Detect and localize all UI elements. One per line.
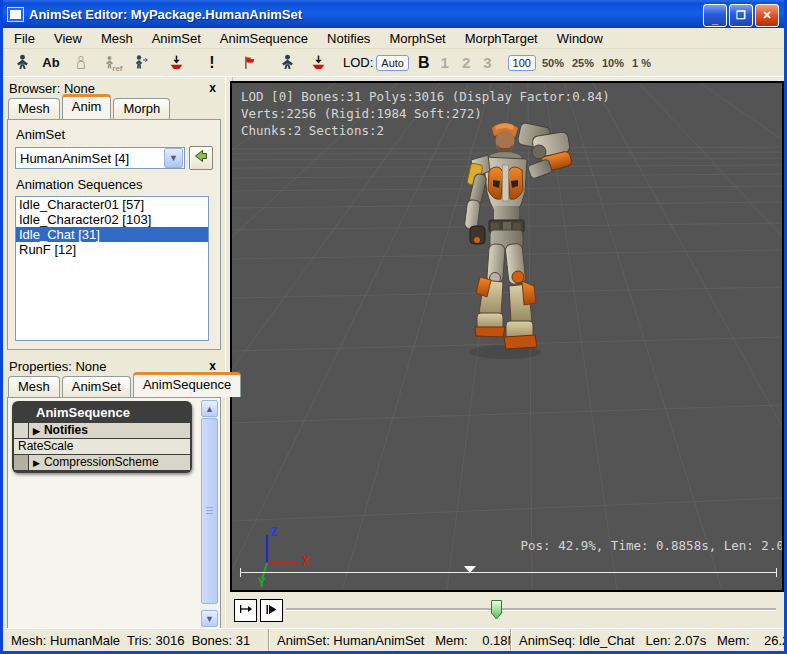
- show-mirror-button[interactable]: [130, 52, 152, 74]
- menu-animset[interactable]: AnimSet: [144, 29, 209, 48]
- play-button[interactable]: [260, 599, 283, 622]
- property-grid-title: AnimSequence: [14, 403, 190, 423]
- animset-editor-window: AnimSet Editor: MyPackage.HumanAnimSet _…: [0, 0, 787, 654]
- tab-prop-animsequence[interactable]: AnimSequence: [133, 372, 241, 397]
- animation-sequence-list[interactable]: Idle_Character01 [57] Idle_Character02 […: [15, 196, 209, 341]
- expand-arrow-icon[interactable]: ▶: [33, 458, 40, 468]
- menu-file[interactable]: File: [6, 29, 43, 48]
- scrub-slider[interactable]: [286, 608, 776, 611]
- menu-window[interactable]: Window: [549, 29, 611, 48]
- slider-thumb-icon[interactable]: [490, 599, 503, 621]
- property-row-ratescale[interactable]: RateScale: [14, 439, 190, 454]
- animset-dropdown[interactable]: HumanAnimSet [4] ▼: [15, 147, 185, 169]
- menu-bar: File View Mesh AnimSet AnimSequence Noti…: [3, 28, 784, 49]
- tab-anim[interactable]: Anim: [62, 94, 112, 119]
- flag-icon: [241, 54, 258, 71]
- scroll-up-icon[interactable]: ▲: [201, 400, 218, 417]
- display-10-button[interactable]: 10%: [602, 57, 624, 69]
- property-grid: AnimSequence ▶Notifies RateScale ▶Compre…: [12, 401, 192, 473]
- status-bar: Mesh: HumanMale Tris: 3016 Bones: 31 Ani…: [3, 628, 787, 652]
- left-panel-column: Browser: None x Mesh Anim Morph AnimSet …: [3, 77, 225, 628]
- lod-1-button[interactable]: 1: [441, 54, 449, 71]
- status-animseq: AnimSeq: Idle_Chat Len: 2.07s Mem: 26.28…: [510, 629, 787, 652]
- menu-mesh[interactable]: Mesh: [93, 29, 141, 48]
- lod-label: LOD:: [343, 55, 373, 70]
- list-item-selected[interactable]: Idle_Chat [31]: [16, 227, 208, 242]
- lod-3-button[interactable]: 3: [483, 54, 491, 71]
- lod-info-text: LOD [0] Bones:31 Polys:3016 (Display Fac…: [241, 88, 610, 139]
- timeline-ruler[interactable]: [240, 572, 777, 573]
- copy-anim-button[interactable]: [276, 52, 298, 74]
- list-item[interactable]: Idle_Character02 [103]: [16, 212, 208, 227]
- axis-x-label: X: [302, 554, 309, 568]
- lod-2-button[interactable]: 2: [462, 54, 470, 71]
- green-back-arrow-icon: [193, 148, 209, 168]
- axis-gizmo: [250, 523, 320, 583]
- show-bone-names-button[interactable]: Ab: [40, 52, 62, 74]
- person-arrow-icon: [132, 54, 150, 71]
- window-title: AnimSet Editor: MyPackage.HumanAnimSet: [29, 7, 302, 22]
- minimize-button[interactable]: _: [703, 4, 727, 27]
- scrollbar-thumb[interactable]: [201, 418, 218, 604]
- properties-header-label: Properties: None: [9, 359, 107, 374]
- close-button[interactable]: ✕: [755, 4, 779, 27]
- scroll-down-icon[interactable]: ▼: [201, 610, 218, 627]
- viewport-frame: LOD [0] Bones:31 Polys:3016 (Display Fac…: [230, 81, 784, 592]
- new-notify-button[interactable]: [165, 52, 187, 74]
- person-icon: [279, 54, 296, 71]
- browser-close-icon[interactable]: x: [206, 81, 219, 95]
- menu-view[interactable]: View: [46, 29, 90, 48]
- preview-viewport[interactable]: LOD [0] Bones:31 Polys:3016 (Display Fac…: [232, 83, 782, 590]
- list-item[interactable]: Idle_Character01 [57]: [16, 197, 208, 212]
- display-100-button[interactable]: 100: [508, 55, 536, 71]
- property-row-compressionscheme[interactable]: ▶CompressionScheme: [14, 455, 190, 470]
- use-selected-animset-button[interactable]: [189, 146, 213, 170]
- insert-anim-button[interactable]: [307, 52, 329, 74]
- play-icon: [265, 602, 278, 620]
- list-item[interactable]: RunF [12]: [16, 242, 208, 257]
- browser-tabs: Mesh Anim Morph: [3, 97, 225, 119]
- tab-prop-animset[interactable]: AnimSet: [62, 376, 131, 397]
- animset-label: AnimSet: [16, 127, 65, 142]
- transport-bar: [230, 592, 784, 628]
- chevron-down-icon[interactable]: ▼: [164, 148, 183, 168]
- show-ref-pose-button[interactable]: ref: [99, 52, 121, 74]
- menu-notifies[interactable]: Notifies: [319, 29, 378, 48]
- lod-base-button[interactable]: B: [418, 54, 430, 72]
- menu-morphtarget[interactable]: MorphTarget: [457, 29, 546, 48]
- property-row-notifies[interactable]: ▶Notifies: [14, 423, 190, 438]
- animation-sequences-label: Animation Sequences: [16, 177, 142, 192]
- show-wireframe-button[interactable]: [70, 52, 92, 74]
- loop-toggle-button[interactable]: [234, 599, 257, 622]
- character-mesh: [443, 120, 583, 366]
- expand-arrow-icon[interactable]: ▶: [33, 426, 40, 436]
- display-25-button[interactable]: 25%: [572, 57, 594, 69]
- flag-button[interactable]: [238, 52, 260, 74]
- show-skeleton-button[interactable]: [11, 52, 33, 74]
- menu-animsequence[interactable]: AnimSequence: [212, 29, 316, 48]
- lod-auto-button[interactable]: Auto: [376, 55, 409, 71]
- app-icon: [7, 7, 24, 22]
- browser-panel-body: AnimSet HumanAnimSet [4] ▼ Animation Seq…: [7, 119, 221, 350]
- properties-panel-body: AnimSequence ▶Notifies RateScale ▶Compre…: [7, 397, 221, 630]
- properties-close-icon[interactable]: x: [206, 359, 219, 373]
- tab-prop-mesh[interactable]: Mesh: [8, 376, 60, 397]
- display-50-button[interactable]: 50%: [542, 57, 564, 69]
- maximize-button[interactable]: ❐: [729, 4, 753, 27]
- tab-morph[interactable]: Morph: [113, 98, 170, 119]
- animset-dropdown-value: HumanAnimSet [4]: [16, 151, 163, 166]
- drop-arrow-icon: [168, 54, 185, 71]
- resize-grip[interactable]: [778, 637, 787, 650]
- exclamation-icon: !: [209, 54, 214, 72]
- title-bar[interactable]: AnimSet Editor: MyPackage.HumanAnimSet _…: [0, 0, 787, 28]
- axis-y-label: Y: [258, 576, 265, 590]
- tab-mesh[interactable]: Mesh: [8, 98, 60, 119]
- menu-morphset[interactable]: MorphSet: [381, 29, 453, 48]
- notify-warning-button[interactable]: !: [201, 52, 223, 74]
- ghost-person-icon: [73, 55, 89, 71]
- timeline-marker-icon[interactable]: [464, 566, 476, 573]
- browser-panel-header: Browser: None x: [3, 79, 225, 97]
- loop-arrow-icon: [238, 602, 253, 620]
- properties-scrollbar[interactable]: ▲ ▼: [201, 400, 218, 627]
- display-1-button[interactable]: 1 %: [632, 57, 651, 69]
